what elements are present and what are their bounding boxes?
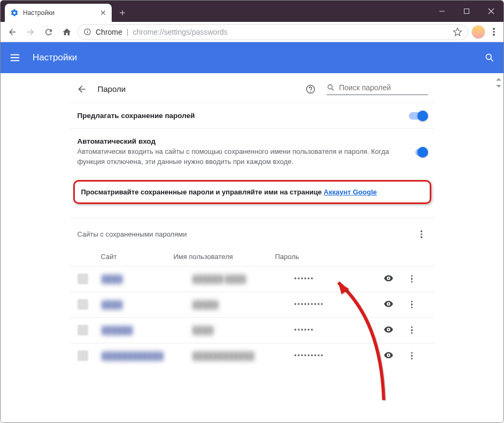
address-bar[interactable]: Chrome | chrome://settings/passwords — [77, 24, 468, 40]
maximize-button[interactable] — [454, 3, 479, 20]
gear-icon — [10, 9, 19, 17]
table-row: █████████••••••••• — [70, 292, 435, 317]
saved-passwords-section: Сайты с сохраненными паролями Сайт Имя п… — [70, 218, 435, 369]
back-button[interactable] — [5, 25, 20, 40]
offer-save-passwords-row: Предлагать сохранение паролей — [70, 103, 435, 128]
toolbar: Chrome | chrome://settings/passwords — [1, 22, 503, 42]
new-tab-button[interactable]: ＋ — [115, 5, 130, 20]
password-cell: ••••••••• — [294, 301, 383, 308]
row-menu-button[interactable] — [407, 299, 417, 310]
close-icon[interactable]: ✕ — [100, 9, 106, 17]
svg-rect-2 — [87, 31, 88, 33]
username-cell: ██████ ████ — [193, 275, 294, 283]
manage-passwords-callout: Просматривайте сохраненные пароли и упра… — [73, 180, 431, 204]
passwords-card: Пароли Предлагать сохранение паролей Авт… — [70, 73, 435, 369]
table-row: ██████████•••••• — [70, 317, 435, 343]
password-search-input[interactable] — [339, 83, 428, 92]
row-menu-button[interactable] — [407, 325, 417, 335]
offer-save-toggle[interactable] — [409, 112, 427, 120]
info-icon — [83, 28, 91, 36]
menu-icon[interactable] — [9, 52, 21, 64]
titlebar: Настройки ✕ ＋ — [1, 1, 503, 22]
content-area: Пароли Предлагать сохранение паролей Авт… — [1, 73, 503, 422]
settings-title: Настройки — [33, 52, 77, 63]
site-favicon — [77, 299, 88, 310]
minimize-button[interactable] — [430, 3, 454, 20]
auto-signin-row: Автоматический вход Автоматически входит… — [70, 128, 435, 176]
browser-tab[interactable]: Настройки ✕ — [5, 4, 112, 22]
username-cell: ████ — [193, 326, 294, 334]
page-header: Пароли — [70, 73, 435, 103]
table-row: ████████████████████████••••••••• — [70, 343, 435, 369]
password-cell: •••••• — [294, 275, 383, 283]
home-button[interactable] — [59, 25, 74, 40]
back-arrow-icon[interactable] — [76, 84, 87, 95]
tab-strip: Настройки ✕ ＋ — [5, 1, 133, 22]
svg-point-4 — [486, 54, 491, 59]
username-cell: ████████████ — [193, 352, 294, 360]
site-cell[interactable]: ████ — [102, 275, 193, 283]
show-password-button[interactable] — [383, 273, 407, 285]
password-search[interactable] — [327, 83, 428, 95]
show-password-button[interactable] — [383, 299, 407, 311]
scrollbar[interactable] — [493, 75, 502, 92]
tab-title: Настройки — [23, 9, 55, 17]
site-favicon — [77, 273, 88, 284]
offer-save-label: Предлагать сохранение паролей — [77, 112, 195, 120]
row-menu-button[interactable] — [407, 273, 417, 284]
site-cell[interactable]: ████████████ — [102, 352, 193, 360]
password-cell: •••••• — [294, 326, 383, 334]
profile-avatar[interactable] — [471, 25, 485, 39]
col-site: Сайт — [77, 253, 174, 261]
table-row: ██████████ ████•••••• — [70, 266, 435, 292]
page-title: Пароли — [98, 84, 126, 93]
site-cell[interactable]: ████ — [102, 301, 193, 309]
show-password-button[interactable] — [383, 324, 407, 336]
password-cell: ••••••••• — [294, 352, 383, 359]
settings-header: Настройки — [1, 42, 503, 73]
svg-point-6 — [328, 85, 332, 89]
search-icon[interactable] — [484, 52, 495, 63]
url-path: chrome://settings/passwords — [133, 28, 227, 36]
bookmark-star-icon[interactable] — [453, 27, 462, 37]
svg-rect-3 — [87, 30, 88, 30]
help-icon[interactable] — [305, 84, 316, 95]
auto-signin-label: Автоматический вход — [77, 137, 406, 145]
site-favicon — [77, 325, 88, 335]
site-cell[interactable]: ██████ — [102, 326, 193, 334]
window-controls — [430, 1, 503, 22]
site-favicon — [77, 350, 88, 361]
google-account-link[interactable]: Аккаунт Google — [324, 188, 377, 196]
table-header-row: Сайт Имя пользователя Пароль — [70, 247, 435, 266]
reload-button[interactable] — [41, 25, 56, 40]
col-password: Пароль — [275, 253, 383, 261]
username-cell: █████ — [193, 301, 294, 309]
svg-rect-0 — [464, 9, 469, 14]
search-icon — [327, 83, 335, 92]
show-password-button[interactable] — [383, 350, 407, 362]
close-window-button[interactable] — [479, 3, 503, 20]
manage-passwords-text: Просматривайте сохраненные пароли и упра… — [81, 188, 324, 196]
forward-button[interactable] — [23, 25, 38, 40]
browser-window: Настройки ✕ ＋ Chrome | chrome://settings… — [0, 0, 504, 423]
browser-menu-button[interactable] — [489, 27, 499, 37]
auto-signin-toggle[interactable] — [415, 148, 427, 156]
url-scheme: Chrome — [96, 28, 122, 36]
list-menu-button[interactable] — [416, 229, 427, 240]
saved-passwords-title: Сайты с сохраненными паролями — [77, 230, 187, 238]
row-menu-button[interactable] — [407, 350, 417, 361]
col-username: Имя пользователя — [174, 253, 275, 261]
auto-signin-description: Автоматически входить на сайты с помощью… — [77, 147, 406, 167]
